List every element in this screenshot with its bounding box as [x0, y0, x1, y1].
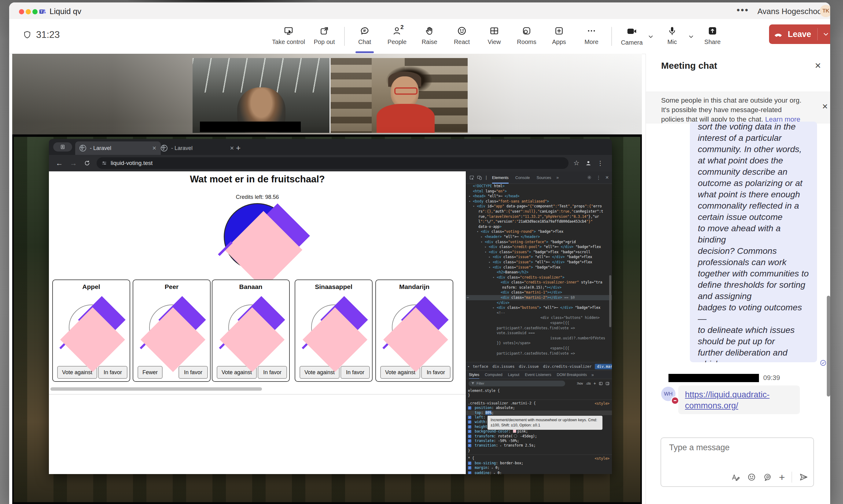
toolbar-react-button[interactable]: React: [446, 23, 478, 51]
css-property-padding[interactable]: ✓padding: ▸ 0;: [466, 471, 612, 474]
format-icon[interactable]: [731, 472, 740, 482]
devtools-close-icon[interactable]: ✕: [605, 175, 609, 180]
toolbar-chat-button[interactable]: Chat: [349, 23, 381, 51]
vote-favor-button[interactable]: In favor: [98, 366, 127, 379]
site-settings-icon[interactable]: [102, 160, 107, 166]
new-tab-button[interactable]: +: [236, 143, 241, 153]
dom-node-line[interactable]: ▾<body class="font-sans antialiased">: [466, 199, 612, 204]
dom-node-line[interactable]: <span>[{{: [466, 346, 612, 351]
forward-icon[interactable]: →: [70, 159, 77, 167]
stylesheet-link[interactable]: <style>: [595, 456, 610, 461]
dom-node-line[interactable]: ▾<div class="issues"> "badge">flex "badg…: [466, 250, 612, 255]
styles-filter-input[interactable]: Filter: [469, 381, 565, 386]
toolbar-pop-out-button[interactable]: Pop out: [308, 23, 340, 51]
leave-button[interactable]: Leave: [769, 24, 830, 44]
dom-node-line[interactable]: ▾<div id="app" data-page="{"component":"…: [466, 204, 612, 209]
chat-close-icon[interactable]: ✕: [814, 61, 821, 71]
dom-node-line[interactable]: <div class="buttons" hidden>: [466, 315, 612, 320]
toolbar-share-button[interactable]: Share: [696, 23, 729, 51]
dom-node-line[interactable]: <div class="martini-1"></div>: [466, 290, 612, 295]
browser-profile-icon[interactable]: [585, 160, 592, 166]
dom-node-line[interactable]: ▾<div class="voting-round"> "badge">flex: [466, 229, 612, 234]
horizontal-scrollbar[interactable]: [50, 387, 262, 391]
tab-close-icon[interactable]: ✕: [230, 145, 234, 151]
css-property-position[interactable]: ✓position: absolute;: [466, 406, 612, 410]
styles-tab-computed[interactable]: Computed: [485, 371, 503, 379]
dom-node-line[interactable]: issue.uuid)?.numberOfVotes: [466, 336, 612, 341]
toolbar-people-button[interactable]: People2: [381, 23, 413, 51]
vote-against-button[interactable]: Fewer: [138, 366, 163, 379]
styles-tab-dom-breakpoints[interactable]: DOM Breakpoints: [557, 371, 587, 379]
styles-tab-styles[interactable]: Styles: [469, 371, 479, 379]
dom-node-line[interactable]: rue,"laravelVersion":"11.33.2","phpVersi…: [466, 214, 612, 219]
dom-node-line[interactable]: data-v-app>: [466, 224, 612, 229]
browser-tab-active[interactable]: - Laravel ✕: [75, 141, 161, 155]
close-traffic-light[interactable]: [19, 9, 24, 14]
dom-node-line[interactable]: <!DOCTYPE html>: [466, 184, 612, 189]
styles-tab-event-listeners[interactable]: Event Listeners: [525, 371, 551, 379]
dom-node-line[interactable]: </div>: [466, 300, 612, 305]
dom-node-line[interactable]: rs":{},"auth":{"user":null},"canLogin":t…: [466, 209, 612, 214]
chat-scrollbar[interactable]: [827, 296, 830, 396]
toolbar-mic-button[interactable]: Mic: [656, 23, 688, 51]
breadcrumb-item[interactable]: div.credits-visualizer: [543, 364, 592, 369]
dom-node-line[interactable]: <span>[{{: [466, 320, 612, 326]
dom-node-line[interactable]: ▾<div class="issue"> "badge">flex: [466, 265, 612, 270]
breadcrumb-item[interactable]: div.martini-2: [595, 364, 612, 369]
participant-video-1[interactable]: [193, 58, 330, 133]
bookmark-star-icon[interactable]: ☆: [574, 159, 580, 167]
css-property-margin[interactable]: ✓margin: ▸ 0;: [466, 466, 612, 470]
elements-tree[interactable]: <!DOCTYPE html><html lang="en">▸<head> "…: [466, 184, 612, 362]
dom-node-line[interactable]: participant?.castedVotes.find(vote =>: [466, 326, 612, 331]
dom-node-line[interactable]: nsform: scale(0.15);"></div>: [466, 285, 612, 290]
dom-node-line[interactable]: <html lang="en">: [466, 189, 612, 194]
devtools-tab-elements[interactable]: Elements: [492, 172, 509, 184]
css-property-background-color[interactable]: ✓background-color: pink;: [466, 429, 612, 434]
stylesheet-link[interactable]: <style>: [595, 401, 610, 406]
dom-node-line[interactable]: <!--: [466, 310, 612, 316]
dom-node-line[interactable]: participant?.castedVotes.find(vote =>: [466, 351, 612, 356]
browser-menu-icon[interactable]: ⋮: [597, 159, 603, 167]
reload-icon[interactable]: [84, 160, 90, 166]
styles-pane[interactable]: element.style {}<style>.credits-visualiz…: [466, 387, 612, 474]
dom-node-line[interactable]: <h2>Banaan</h2>: [466, 270, 612, 275]
toolbar-view-button[interactable]: View: [478, 23, 510, 51]
devtools-tab-sources[interactable]: Sources: [537, 172, 551, 184]
devtools-more-tabs-icon[interactable]: »: [556, 175, 559, 180]
tab-close-icon[interactable]: ✕: [152, 145, 157, 151]
dom-node-line[interactable]: l":"\/","version":"21a83d9ace185a79affd8…: [466, 219, 612, 224]
vote-favor-button[interactable]: In favor: [421, 366, 451, 379]
devtools-scrollbar[interactable]: [609, 275, 611, 327]
zoom-traffic-light[interactable]: [32, 9, 38, 14]
dom-node-line[interactable]: ▾<div class="voting-interface"> "badge">…: [466, 239, 612, 245]
shared-link[interactable]: https://liquid.quadratic-commons.org/: [685, 390, 770, 410]
devtools-tab-console[interactable]: Console: [515, 172, 530, 184]
send-icon[interactable]: [799, 472, 808, 482]
dom-node-line[interactable]: ▸<head> "ell">⋯ </head>: [466, 194, 612, 199]
toolbar-more-button[interactable]: More: [575, 23, 608, 51]
loop-icon[interactable]: [763, 472, 772, 482]
breadcrumb-item[interactable]: div.issues: [492, 364, 514, 369]
dom-node-line[interactable]: ▾<div class="credits-visualizer">: [466, 275, 612, 280]
inspect-icon[interactable]: [469, 175, 474, 180]
user-avatar[interactable]: TK: [820, 5, 830, 17]
breadcrumb-item[interactable]: terface: [473, 364, 489, 369]
address-bar[interactable]: liquid-voting.test: [96, 157, 568, 169]
attach-plus-icon[interactable]: +: [779, 472, 785, 482]
vote-favor-button[interactable]: In favor: [178, 366, 208, 379]
styles-toolbar-ops[interactable]: :hov .cls +: [577, 381, 610, 386]
emoji-icon[interactable]: [747, 472, 756, 482]
leave-chevron-icon[interactable]: [822, 30, 830, 38]
participant-video-2[interactable]: [331, 58, 468, 133]
browser-tab-inactive[interactable]: - Laravel ✕: [157, 141, 239, 155]
compose-box[interactable]: Type a message: [661, 437, 814, 487]
titlebar-more-icon[interactable]: •••: [737, 5, 749, 15]
dom-node-line[interactable]: ▸<div class="credit-pool"> "ell">⋯ </div…: [466, 245, 612, 250]
dom-node-line[interactable]: <div class="credits-visualizer-inner" st…: [466, 280, 612, 285]
elements-breadcrumbs[interactable]: ◂terfacediv.issuesdiv.issuediv.credits-v…: [466, 362, 612, 371]
styles-tab-layout[interactable]: Layout: [508, 371, 520, 379]
element-style-rule[interactable]: element.style {}: [466, 387, 612, 400]
dom-node-line[interactable]: }} votes]</span>: [466, 341, 612, 346]
minimize-traffic-light[interactable]: [26, 9, 31, 14]
dom-node-line[interactable]: vote.issueUuid ===: [466, 330, 612, 336]
